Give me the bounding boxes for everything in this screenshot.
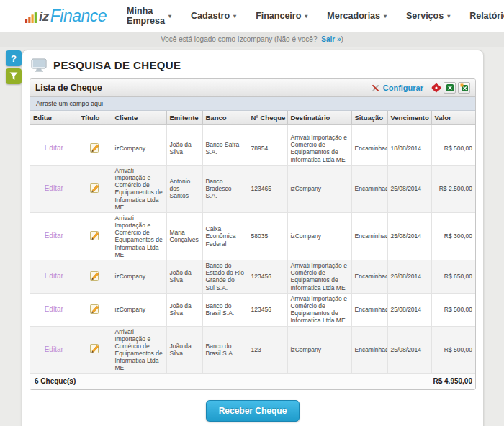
cheque-count: 6 Cheque(s) — [30, 373, 351, 389]
note-pencil-icon[interactable] — [89, 343, 100, 355]
cell-cliente: izCompany — [112, 293, 166, 326]
cell-emitente: Antonio dos Santos — [166, 165, 202, 212]
excel-all-export-icon[interactable] — [458, 82, 470, 94]
panel-header: Lista de Cheque Configurar — [30, 79, 475, 97]
edit-link[interactable]: Editar — [45, 184, 63, 192]
note-pencil-icon[interactable] — [89, 230, 100, 243]
cell-banco: Caixa Econômica Federal — [202, 212, 248, 260]
help-button[interactable]: ? — [6, 50, 22, 66]
col-header-titulo[interactable]: Título — [78, 111, 112, 125]
cell-editar: Editar — [30, 132, 78, 166]
cell-valor: R$ 500,00 — [431, 293, 476, 326]
cell-situacao: Encaminhado — [351, 260, 387, 294]
nav-item-cadastro[interactable]: Cadastro▾ — [191, 6, 236, 26]
col-header-valor[interactable]: Valor — [431, 111, 476, 125]
cell-banco: Banco do Brasil S.A. — [202, 293, 248, 326]
table-row: Editar Arrivati Importação e Comércio de… — [30, 326, 476, 373]
note-pencil-icon[interactable] — [89, 271, 100, 283]
page-body: ? PESQUISA DE CHEQUE Lista de Cheque — [0, 47, 504, 426]
top-header: izFinance Minha Empresa▾ Cadastro▾ Finan… — [0, 0, 504, 32]
col-header-vencimento[interactable]: Vencimento — [387, 111, 431, 125]
cell-situacao: Encaminhado — [351, 326, 387, 373]
cell-destinatario: Arrivati Importação e Comércio de Equipa… — [287, 293, 351, 326]
edit-link[interactable]: Editar — [45, 305, 63, 313]
nav-item-label: Serviços — [406, 11, 444, 21]
column-drag-zone[interactable]: Arraste um campo aqui — [30, 97, 475, 111]
col-header-situacao[interactable]: Situação — [351, 111, 387, 125]
table-summary-row: 6 Cheque(s) R$ 4.950,00 — [30, 373, 476, 389]
nav-item-minha-empresa[interactable]: Minha Empresa▾ — [127, 6, 171, 26]
cell-vencimento: 25/08/2014 — [387, 165, 431, 212]
nav-item-label: Financeiro — [256, 11, 301, 21]
excel-export-icon[interactable] — [444, 82, 456, 94]
cell-valor: R$ 300,00 — [431, 212, 476, 260]
edit-link[interactable]: Editar — [45, 144, 63, 152]
funnel-icon — [9, 72, 18, 81]
excel-glyph-icon — [446, 83, 454, 92]
cell-vencimento: 25/08/2014 — [387, 326, 431, 373]
nav-item-label: Cadastro — [191, 11, 230, 21]
col-header-editar[interactable]: Editar — [30, 111, 78, 125]
col-header-emitente[interactable]: Emitente — [166, 111, 202, 125]
cell-titulo — [78, 260, 112, 294]
cell-vencimento: 26/08/2014 — [387, 260, 431, 294]
nav-item-servicos[interactable]: Serviços▾ — [406, 6, 450, 26]
app-logo[interactable]: izFinance — [25, 9, 107, 24]
cell-valor: R$ 500,00 — [431, 326, 476, 373]
cell-numero-cheque: 58035 — [248, 212, 287, 260]
logout-link[interactable]: Sair » — [321, 35, 341, 43]
note-pencil-icon[interactable] — [89, 183, 100, 195]
receber-cheque-button[interactable]: Receber Cheque — [206, 400, 300, 422]
cell-vencimento: 25/08/2014 — [387, 212, 431, 260]
edit-link[interactable]: Editar — [45, 345, 63, 353]
chevron-down-icon: ▾ — [305, 13, 307, 19]
table-row: Editar izCompany João da Silva Banco do … — [30, 293, 476, 326]
cell-situacao: Encaminhado — [351, 165, 387, 212]
nav-item-label: Relatórios — [469, 11, 504, 21]
table-header-row: Editar Título Cliente Emitente Banco Nº … — [30, 111, 476, 125]
cell-titulo — [78, 132, 112, 166]
edit-link[interactable]: Editar — [45, 232, 63, 240]
cell-banco: Banco do Estado do Rio Grande do Sul S.A… — [202, 260, 248, 294]
col-header-banco[interactable]: Banco — [202, 111, 248, 125]
cheque-list-panel: Lista de Cheque Configurar — [30, 78, 476, 390]
cell-situacao: Encaminhado — [351, 212, 387, 260]
cell-cliente: izCompany — [112, 260, 166, 294]
login-status-bar: Você está logado como Izcompany (Não é v… — [0, 32, 504, 47]
nav-item-mercadorias[interactable]: Mercadorias▾ — [327, 6, 387, 26]
note-pencil-icon[interactable] — [89, 304, 100, 316]
cell-editar: Editar — [30, 165, 78, 212]
pdf-export-icon[interactable] — [431, 83, 441, 93]
edit-link[interactable]: Editar — [45, 272, 63, 280]
cell-destinatario: izCompany — [287, 165, 351, 212]
cell-destinatario: Arrivati Importação e Comércio de Equipa… — [287, 260, 351, 294]
cell-destinatario: izCompany — [287, 212, 351, 260]
cell-editar: Editar — [30, 260, 78, 294]
cell-titulo — [78, 326, 112, 373]
cell-banco: Banco Bradesco S.A. — [202, 165, 248, 212]
total-value: R$ 4.950,00 — [351, 373, 476, 389]
main-nav: Minha Empresa▾ Cadastro▾ Financeiro▾ Mer… — [127, 6, 504, 26]
cell-titulo — [78, 165, 112, 212]
cell-editar: Editar — [30, 212, 78, 260]
cell-titulo — [78, 212, 112, 260]
cell-emitente: João da Silva — [166, 260, 202, 294]
col-header-numero-cheque[interactable]: Nº Cheque — [248, 111, 287, 125]
filter-button[interactable] — [6, 68, 22, 84]
nav-item-label: Mercadorias — [327, 11, 380, 21]
logo-bars-icon — [25, 11, 37, 23]
cell-banco: Banco Safra S.A. — [202, 132, 248, 166]
cell-editar: Editar — [30, 293, 78, 326]
nav-item-relatorios[interactable]: Relatórios▾ — [469, 6, 504, 26]
col-header-cliente[interactable]: Cliente — [112, 111, 166, 125]
chevron-down-icon: ▾ — [384, 13, 387, 19]
cell-situacao: Encaminhado — [351, 293, 387, 326]
cell-situacao: Encaminhado — [351, 132, 387, 166]
col-header-destinatario[interactable]: Destinatário — [287, 111, 351, 125]
configure-link[interactable]: Configurar — [371, 83, 423, 93]
cell-cliente: Arrivati Importação e Comércio de Equipa… — [112, 326, 166, 373]
note-pencil-icon[interactable] — [89, 142, 100, 155]
monitor-icon — [31, 58, 47, 72]
nav-item-financeiro[interactable]: Financeiro▾ — [256, 6, 307, 26]
filter-row — [30, 125, 476, 132]
